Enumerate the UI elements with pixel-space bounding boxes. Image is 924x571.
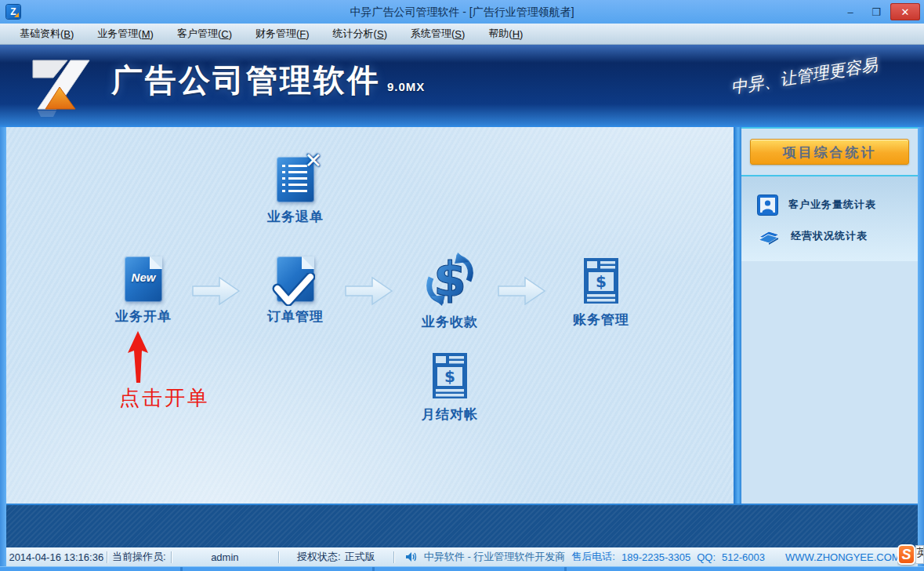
window-border-right bbox=[918, 127, 924, 571]
status-support-label: 售后电话: bbox=[571, 550, 615, 564]
customer-icon bbox=[757, 195, 778, 216]
dollar-icon: $ bbox=[423, 251, 476, 307]
product-version: 9.0MX bbox=[387, 80, 425, 93]
speaker-icon bbox=[405, 551, 418, 562]
status-support-phone: 189-2235-3305 bbox=[621, 551, 690, 563]
workflow-item-receive-payment[interactable]: $ 业务收款 bbox=[399, 251, 501, 331]
header-banner: 广告公司管理软件9.0MX 广告公司管理软件 中异、让管理更容易 bbox=[0, 45, 924, 127]
stats-sidebar: 项目综合统计 客户业务量统计表 经营状况统计表 bbox=[741, 127, 918, 504]
workflow-panel: ✕ 业务退单 New 业务开单 订单管理 bbox=[6, 127, 734, 504]
minimize-button[interactable]: – bbox=[839, 3, 862, 20]
panel-splitter[interactable] bbox=[734, 127, 741, 504]
workflow-label: 账务管理 bbox=[550, 311, 652, 329]
product-name-reflection: 广告公司管理软件 bbox=[111, 95, 381, 118]
workflow-item-order-mgmt[interactable]: 订单管理 bbox=[245, 256, 346, 326]
menu-item-finance-mgmt[interactable]: 财务管理(F) bbox=[244, 24, 321, 44]
menu-item-help[interactable]: 帮助(H) bbox=[476, 24, 534, 44]
workflow-label: 业务收款 bbox=[399, 313, 501, 331]
close-button[interactable]: ✕ bbox=[890, 3, 920, 20]
status-qq-label: QQ: bbox=[697, 551, 716, 563]
statusbar: 2014-04-16 13:16:36 当前操作员: admin 授权状态: 正… bbox=[6, 547, 918, 566]
workflow-item-create-order[interactable]: New 业务开单 bbox=[92, 256, 194, 326]
flow-arrow-right-icon bbox=[498, 276, 546, 306]
maximize-button[interactable]: ❒ bbox=[864, 3, 888, 20]
dollar-glyph: $ bbox=[433, 252, 466, 307]
sidebar-item-label: 经营状况统计表 bbox=[791, 229, 868, 243]
company-logo-icon bbox=[27, 51, 108, 118]
workflow-label: 月结对帐 bbox=[399, 406, 501, 424]
x-badge-icon: ✕ bbox=[304, 148, 322, 173]
sidebar-item-operating-status-report[interactable]: 经营状况统计表 bbox=[741, 220, 918, 252]
menu-item-customer-mgmt[interactable]: 客户管理(C) bbox=[165, 24, 244, 44]
sidebar-list: 客户业务量统计表 经营状况统计表 bbox=[741, 176, 918, 261]
order-check-doc-icon bbox=[277, 256, 314, 302]
project-summary-button[interactable]: 项目综合统计 bbox=[750, 139, 909, 165]
workflow-label: 业务退单 bbox=[245, 208, 346, 226]
status-qq-value: 512-6003 bbox=[722, 551, 765, 563]
ime-mode-indicator[interactable]: 英 bbox=[915, 545, 924, 564]
menu-item-basic-data[interactable]: 基础资料(B) bbox=[8, 24, 85, 44]
border-grip bbox=[372, 567, 375, 571]
status-contact-area: 中异软件 - 行业管理软件开发商 售后电话: 189-2235-3305 QQ:… bbox=[405, 550, 918, 564]
window-controls: – ❒ ✕ bbox=[839, 3, 920, 20]
menu-item-business-mgmt[interactable]: 业务管理(M) bbox=[85, 24, 165, 44]
app-window: Z 中异广告公司管理软件 - [广告行业管理领航者] – ❒ ✕ 基础资料(B)… bbox=[0, 0, 924, 571]
window-title: 中异广告公司管理软件 - [广告行业管理领航者] bbox=[0, 0, 924, 24]
footer-band bbox=[6, 504, 918, 547]
new-badge: New bbox=[125, 271, 162, 284]
status-company: 中异软件 - 行业管理软件开发商 bbox=[424, 550, 566, 564]
checkmark-icon bbox=[271, 273, 315, 306]
border-grip bbox=[180, 567, 183, 571]
status-license: 授权状态: 正式版 bbox=[279, 550, 393, 564]
border-grip bbox=[564, 567, 567, 571]
refund-doc-icon: ✕ bbox=[277, 157, 314, 202]
workflow-item-account-mgmt[interactable]: $ 账务管理 bbox=[550, 256, 652, 329]
titlebar: Z 中异广告公司管理软件 - [广告行业管理领航者] – ❒ ✕ bbox=[0, 0, 924, 24]
annotation-text: 点击开单 bbox=[102, 384, 227, 412]
menubar: 基础资料(B) 业务管理(M) 客户管理(C) 财务管理(F) 统计分析(S) … bbox=[0, 24, 924, 45]
sidebar-item-label: 客户业务量统计表 bbox=[788, 198, 876, 212]
menu-item-system-mgmt[interactable]: 系统管理(S) bbox=[399, 24, 476, 44]
ledger-icon: $ bbox=[431, 351, 469, 400]
sogou-ime-icon[interactable]: S bbox=[897, 544, 915, 565]
annotation-up-arrow-icon bbox=[124, 329, 152, 386]
flow-arrow-right-icon bbox=[345, 276, 393, 306]
window-border-left bbox=[0, 127, 6, 571]
sidebar-item-customer-volume-report[interactable]: 客户业务量统计表 bbox=[741, 189, 918, 220]
menu-item-stats-analysis[interactable]: 统计分析(S) bbox=[321, 24, 399, 44]
workflow-label: 业务开单 bbox=[92, 307, 194, 326]
brand-slogan: 中异、让管理更容易 bbox=[705, 50, 902, 103]
workflow-item-refund[interactable]: ✕ 业务退单 bbox=[245, 157, 346, 226]
status-separator bbox=[393, 551, 394, 563]
status-datetime: 2014-04-16 13:16:36 bbox=[6, 551, 107, 563]
ledger-icon: $ bbox=[582, 256, 620, 305]
window-border-bottom bbox=[0, 566, 924, 571]
new-order-doc-icon: New bbox=[125, 256, 162, 302]
flow-arrow-right-icon bbox=[192, 276, 241, 306]
status-operator-value: admin bbox=[172, 551, 278, 563]
ime-indicator[interactable]: S 英 bbox=[897, 543, 924, 566]
background-swoosh bbox=[335, 127, 734, 284]
report-books-icon bbox=[757, 227, 781, 245]
workflow-label: 订单管理 bbox=[245, 307, 346, 326]
status-operator-label: 当前操作员: bbox=[107, 550, 171, 564]
workflow-item-monthly-reconcile[interactable]: $ 月结对帐 bbox=[399, 351, 501, 424]
ledger-dollar-glyph: $ bbox=[596, 272, 607, 291]
ledger-dollar-glyph: $ bbox=[444, 367, 455, 386]
